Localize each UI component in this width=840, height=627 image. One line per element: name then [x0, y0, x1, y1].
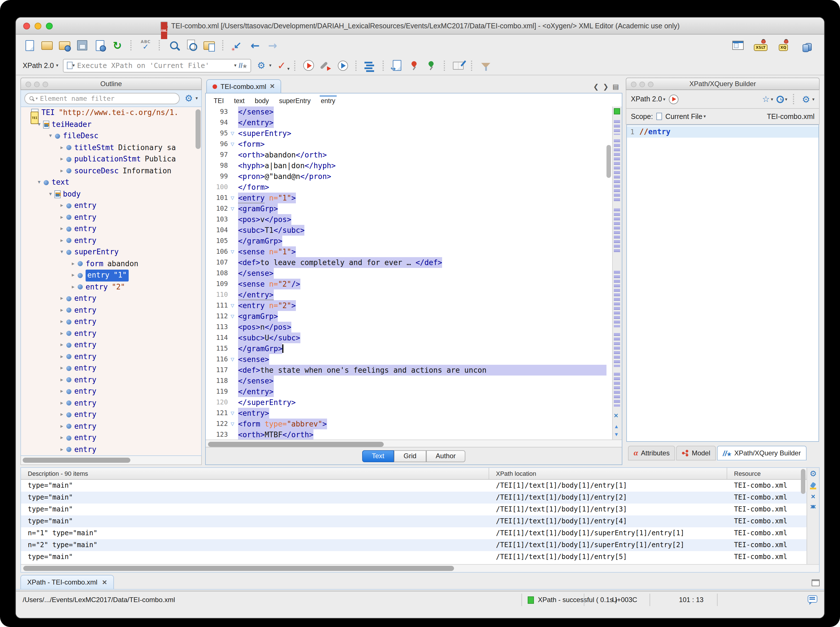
collapse-icon[interactable]: ▼ [58, 246, 65, 258]
view-button-grid[interactable]: Grid [394, 450, 426, 462]
close-tab-icon[interactable]: ✕ [270, 83, 275, 90]
panel-layout-icon[interactable] [812, 580, 819, 586]
database-icon[interactable] [799, 38, 813, 52]
outline-node-entry[interactable]: ▶entry [21, 211, 201, 223]
next-tab-icon[interactable]: ❯ [603, 83, 608, 91]
code-line-107[interactable]: 107 <def>to leave completely and for eve… [206, 257, 622, 268]
fold-toggle-icon[interactable]: ▽ [231, 300, 238, 311]
results-hscrollbar[interactable] [21, 564, 819, 572]
results-header[interactable]: Description - 90 items XPath location Re… [21, 468, 819, 480]
remove-all-results-icon[interactable]: ×× [810, 504, 813, 510]
indent-lines-icon[interactable] [363, 58, 377, 72]
favorites-icon[interactable]: ☆ [762, 94, 770, 104]
save-url-icon[interactable] [93, 38, 107, 52]
outline-node-text[interactable]: ▼text [21, 177, 201, 188]
expand-icon[interactable]: ▶ [70, 269, 76, 281]
code-line-110[interactable]: 110 </entry> [206, 290, 622, 300]
fold-toggle-icon[interactable]: ▽ [231, 311, 238, 322]
tab-xpath-results[interactable]: XPath - TEI-combo.xml ✕ [21, 575, 114, 589]
outline-node-entry[interactable]: ▶entry [21, 339, 201, 351]
review-book-icon[interactable] [452, 58, 465, 72]
fold-toggle-icon[interactable]: ▽ [231, 203, 238, 214]
close-tab-icon[interactable]: ✕ [102, 578, 107, 586]
fold-toggle-icon[interactable]: ▽ [231, 419, 238, 429]
code-line-95[interactable]: 95▽ <superEntry> [206, 128, 622, 139]
expand-icon[interactable]: ▶ [58, 328, 65, 339]
outline-node-entry[interactable]: ▶entry [21, 432, 201, 444]
outline-node-entry[interactable]: ▶entry [21, 374, 201, 386]
outline-node-entry[interactable]: ▶entry [21, 235, 201, 246]
expand-icon[interactable]: ▶ [58, 362, 65, 374]
code-line-109[interactable]: 109 <sense n="2"/> [206, 279, 622, 290]
new-document-icon[interactable] [23, 38, 36, 52]
window-layout-icon[interactable] [731, 38, 745, 52]
execute-xpath-icon[interactable] [669, 94, 679, 104]
editor-hscrollbar[interactable] [206, 440, 622, 447]
fold-toggle-icon[interactable]: ▽ [231, 128, 238, 139]
result-row[interactable]: n="1" type="main"/TEI[1]/text[1]/body[1]… [21, 527, 819, 539]
outline-node-publicationStmt[interactable]: ▶publicationStmtPublica [21, 153, 201, 165]
validate-icon[interactable] [275, 58, 289, 72]
editor-vscrollbar[interactable] [606, 145, 611, 178]
outline-node-entry[interactable]: ▶entry [21, 200, 201, 211]
outline-node-superEntry[interactable]: ▼superEntry [21, 246, 201, 258]
outline-node-entry[interactable]: ▶entry [21, 444, 201, 455]
outline-node-entry[interactable]: ▶entry [21, 386, 201, 397]
highlight-results-icon[interactable] [810, 482, 816, 489]
code-line-120[interactable]: 120 </superEntry> [206, 397, 622, 408]
pin-red-icon[interactable] [407, 58, 421, 72]
code-line-104[interactable]: 104 <subc>T1</subc> [206, 225, 622, 236]
result-row[interactable]: n="2" type="main"/TEI[1]/text[1]/body[1]… [21, 539, 819, 551]
code-line-118[interactable]: 118 </sense> [206, 375, 622, 386]
expand-icon[interactable]: ▶ [58, 211, 65, 223]
code-line-106[interactable]: 106▽ <sense n="1"> [206, 246, 622, 257]
tab-list-icon[interactable]: ▤ [613, 83, 619, 91]
panel-tab-model[interactable]: Model [676, 446, 716, 460]
view-button-author[interactable]: Author [426, 450, 465, 462]
code-line-122[interactable]: 122▽ <form type="abbrev"> [206, 419, 622, 429]
save-icon[interactable] [76, 38, 89, 52]
pin-green-icon[interactable] [425, 58, 438, 72]
result-row[interactable]: type="main"/TEI[1]/text[1]/body[1]/entry… [21, 515, 819, 527]
zoom-button[interactable] [46, 23, 53, 30]
code-line-114[interactable]: 114 <subc>U</subc> [206, 332, 622, 343]
remove-result-icon[interactable]: × [811, 494, 815, 499]
code-line-102[interactable]: 102▽ <gramGrp> [206, 203, 622, 214]
code-line-100[interactable]: 100 </form> [206, 182, 622, 192]
back-icon[interactable] [248, 38, 262, 52]
code-line-116[interactable]: 116▽ <sense> [206, 354, 622, 365]
outline-settings-icon[interactable] [183, 93, 194, 104]
element-filter-input[interactable]: ▾ Element name filter [24, 93, 180, 104]
expand-icon[interactable]: ▶ [58, 293, 65, 304]
forward-icon[interactable] [266, 38, 279, 52]
outline-node-entry[interactable]: ▶entry [21, 362, 201, 374]
fold-toggle-icon[interactable]: ▽ [231, 246, 238, 257]
code-line-105[interactable]: 105 </gramGrp> [206, 236, 622, 246]
results-settings-icon[interactable] [808, 469, 818, 478]
open-url-icon[interactable] [58, 38, 71, 52]
code-line-121[interactable]: 121▽ <entry> [206, 408, 622, 419]
xpath-settings-icon[interactable] [254, 58, 268, 72]
minimize-button[interactable] [35, 23, 41, 30]
code-line-115[interactable]: 115 </gramGrp> [206, 343, 622, 354]
code-area[interactable]: 93 </sense>94 </entry>95▽ <superEntry>96… [206, 107, 622, 440]
panel-tab-xpath-xquery-builder[interactable]: //★XPath/XQuery Builder [717, 446, 806, 460]
outline-node-teiHeader[interactable]: ▼teiHeader [21, 119, 201, 130]
builder-header[interactable]: XPath/XQuery Builder [626, 77, 819, 90]
result-row[interactable]: type="main"/TEI[1]/text[1]/body[1]/entry… [21, 551, 819, 563]
expand-icon[interactable]: ▶ [58, 351, 65, 362]
fold-toggle-icon[interactable]: ▽ [231, 408, 238, 419]
builder-engine-selector[interactable]: XPath 2.0 [631, 95, 662, 103]
code-line-101[interactable]: 101▽ <entry n="1"> [206, 192, 622, 203]
marker-strip[interactable]: × ▲ ▼ [612, 107, 622, 440]
find-in-files-icon[interactable] [185, 38, 198, 52]
find-replace-in-files-icon[interactable] [202, 38, 216, 52]
outline-node-sourceDesc[interactable]: ▶sourceDescInformation [21, 165, 201, 177]
column-description[interactable]: Description - 90 items [21, 468, 489, 479]
breadcrumb-item-entry[interactable]: entry [321, 95, 335, 104]
code-line-99[interactable]: 99 <pron>@"band@n</pron> [206, 171, 622, 182]
code-line-123[interactable]: 123 <orth>MTBF</orth> [206, 429, 622, 440]
debug-transformation-icon[interactable] [336, 58, 350, 72]
filter-funnel-icon[interactable] [479, 58, 493, 72]
code-line-111[interactable]: 111▽ <entry n="2"> [206, 300, 622, 311]
